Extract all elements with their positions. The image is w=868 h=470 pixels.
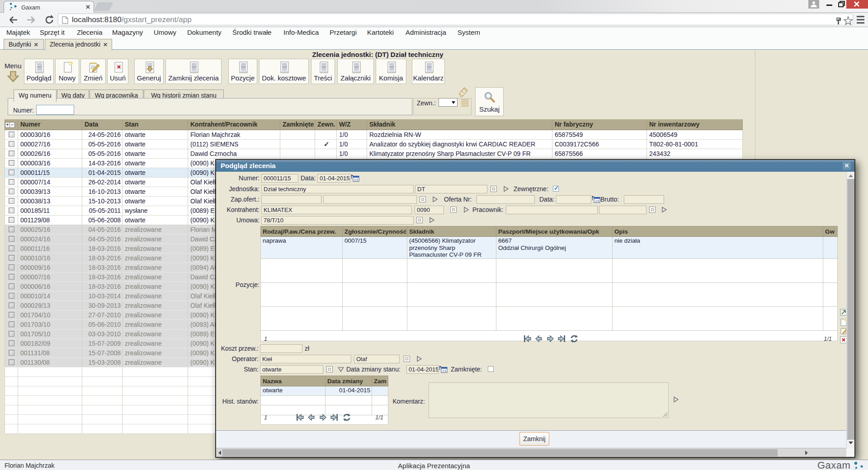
svg-text:14: 14 [442, 369, 446, 373]
svg-text:14: 14 [595, 199, 599, 203]
svg-text:Gaxam: Gaxam [817, 461, 850, 470]
svg-text:14: 14 [354, 178, 358, 182]
